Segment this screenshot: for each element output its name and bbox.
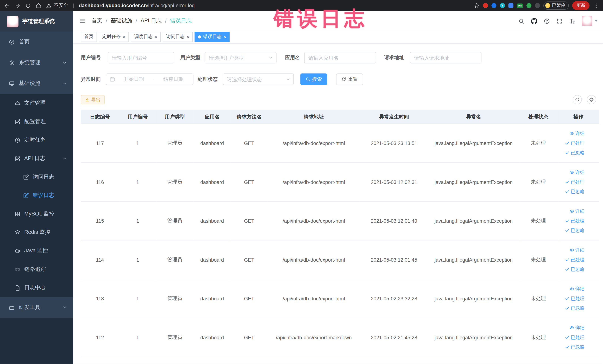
mark-ignored-link[interactable]: 已忽略 bbox=[559, 303, 584, 313]
tag-home[interactable]: 首页 bbox=[81, 32, 97, 42]
site-security-indicator[interactable]: 不安全 bbox=[46, 2, 68, 9]
fullscreen-icon[interactable] bbox=[557, 17, 563, 24]
extension-icon-grid[interactable] bbox=[508, 3, 513, 8]
sidebar-item-log-center[interactable]: 日志中心 bbox=[0, 279, 73, 297]
gear-icon bbox=[589, 97, 594, 102]
col-user-type: 用户类型 bbox=[156, 110, 193, 124]
sidebar-item-infrastructure[interactable]: 基础设施 bbox=[0, 73, 73, 94]
user-id-input[interactable] bbox=[108, 52, 174, 63]
filter-row-2: 异常时间 开始日期 - 结束日期 处理状态 bbox=[81, 73, 599, 85]
font-size-icon[interactable] bbox=[569, 17, 575, 24]
mark-ignored-link[interactable]: 已忽略 bbox=[559, 148, 584, 158]
browser-home-icon[interactable] bbox=[35, 2, 42, 9]
refresh-icon bbox=[341, 77, 346, 82]
mark-processed-link[interactable]: 已处理 bbox=[559, 216, 584, 226]
check-icon bbox=[565, 257, 570, 262]
mark-processed-link[interactable]: 已处理 bbox=[559, 138, 584, 148]
reset-button[interactable]: 重置 bbox=[336, 73, 363, 85]
browser-forward-icon[interactable] bbox=[15, 2, 21, 9]
extension-on-badge[interactable]: on bbox=[517, 3, 523, 8]
request-url-input[interactable] bbox=[410, 52, 482, 63]
sidebar-item-home[interactable]: 首页 bbox=[0, 32, 73, 52]
detail-link[interactable]: 详细 bbox=[559, 245, 584, 255]
user-type-select[interactable] bbox=[205, 52, 277, 63]
mark-processed-link[interactable]: 已处理 bbox=[559, 294, 584, 303]
search-button[interactable]: 搜索 bbox=[300, 73, 327, 85]
sidebar-item-trace[interactable]: 链路追踪 bbox=[0, 260, 73, 279]
user-avatar-menu[interactable] bbox=[582, 16, 598, 26]
tag-schedule-log[interactable]: 调度日志× bbox=[131, 32, 161, 42]
export-button[interactable]: 导出 bbox=[81, 95, 105, 104]
close-icon[interactable]: × bbox=[186, 35, 189, 39]
mark-processed-link[interactable]: 已处理 bbox=[559, 255, 584, 264]
edit-square-icon bbox=[15, 119, 20, 124]
refresh-icon bbox=[575, 97, 580, 102]
browser-menu-icon[interactable] bbox=[593, 2, 599, 9]
refresh-table-button[interactable] bbox=[573, 95, 582, 104]
detail-link[interactable]: 详细 bbox=[559, 129, 584, 138]
tag-scheduled-tasks[interactable]: 定时任务× bbox=[99, 32, 129, 42]
sidebar-item-access-log[interactable]: 访问日志 bbox=[0, 168, 73, 186]
extension-icon-leaf[interactable] bbox=[526, 3, 531, 8]
mark-ignored-link[interactable]: 已忽略 bbox=[559, 226, 584, 235]
sidebar-item-mysql-monitor[interactable]: MySQL 监控 bbox=[0, 205, 73, 223]
sidebar-item-system-management[interactable]: 系统管理 bbox=[0, 52, 73, 73]
extension-icon-red[interactable] bbox=[483, 3, 488, 8]
breadcrumb-home[interactable]: 首页 bbox=[92, 17, 102, 24]
close-icon[interactable]: × bbox=[123, 35, 126, 39]
table-row: 115 1 管理员 dashboard GET /api/infra/db-do… bbox=[81, 201, 599, 240]
mark-processed-link[interactable]: 已处理 bbox=[559, 332, 584, 342]
search-icon[interactable] bbox=[519, 17, 525, 24]
sidebar-item-api-log[interactable]: API 日志 bbox=[0, 149, 73, 168]
browser-reload-icon[interactable] bbox=[25, 3, 31, 8]
mark-processed-link[interactable]: 已处理 bbox=[559, 177, 584, 187]
breadcrumb-api-log[interactable]: API 日志 bbox=[141, 17, 162, 24]
tag-access-log[interactable]: 访问日志× bbox=[163, 32, 193, 42]
extension-icon-teal[interactable]: Y bbox=[500, 3, 505, 8]
check-icon bbox=[565, 335, 570, 340]
github-icon[interactable] bbox=[531, 17, 537, 24]
sidebar-item-scheduled-tasks[interactable]: 定时任务 bbox=[0, 131, 73, 149]
sidebar-item-redis-monitor[interactable]: Redis 监控 bbox=[0, 223, 73, 242]
close-icon[interactable]: × bbox=[223, 35, 226, 39]
check-icon bbox=[565, 180, 570, 184]
col-actions: 操作 bbox=[557, 110, 599, 124]
eye-icon bbox=[569, 170, 574, 175]
eye-icon bbox=[569, 325, 574, 330]
address-bar[interactable]: dashboard.yudao.iocoder.cn/infra/log/api… bbox=[79, 3, 195, 9]
table-header-row: 日志编号 用户编号 用户类型 应用名 请求方法名 请求地址 异常发生时间 异常名… bbox=[81, 110, 599, 124]
sidebar-item-java-monitor[interactable]: Java 监控 bbox=[0, 242, 73, 260]
mark-ignored-link[interactable]: 已忽略 bbox=[559, 342, 584, 352]
eye-icon bbox=[569, 287, 574, 291]
error-log-table: 日志编号 用户编号 用户类型 应用名 请求方法名 请求地址 异常发生时间 异常名… bbox=[81, 110, 599, 357]
app-name-input[interactable] bbox=[304, 52, 376, 63]
app-logo[interactable]: 芋道管理系统 bbox=[0, 11, 73, 32]
browser-back-icon[interactable] bbox=[4, 2, 10, 9]
tags-view-bar: 首页 定时任务× 调度日志× 访问日志× 错误日志× bbox=[73, 30, 603, 44]
column-settings-button[interactable] bbox=[587, 95, 596, 104]
browser-update-button[interactable]: 更新 bbox=[572, 1, 590, 10]
end-date-placeholder: 结束日期 bbox=[157, 76, 190, 83]
table-toolbar: 导出 bbox=[81, 95, 599, 104]
extension-icon-paw[interactable] bbox=[535, 3, 540, 8]
paused-extension-button[interactable]: 已暂停 bbox=[543, 1, 569, 10]
sidebar-item-error-log[interactable]: 错误日志 bbox=[0, 186, 73, 205]
hamburger-icon[interactable] bbox=[79, 18, 85, 24]
sidebar-item-file-management[interactable]: 文件管理 bbox=[0, 94, 73, 112]
detail-link[interactable]: 详细 bbox=[559, 323, 584, 333]
tag-error-log[interactable]: 错误日志× bbox=[195, 32, 230, 42]
sidebar-item-dev-tools[interactable]: 研发工具 bbox=[0, 297, 73, 318]
bookmark-star-icon[interactable] bbox=[474, 3, 479, 9]
process-status-select[interactable] bbox=[223, 73, 294, 85]
detail-link[interactable]: 详细 bbox=[559, 284, 584, 294]
breadcrumb-infrastructure[interactable]: 基础设施 bbox=[111, 17, 132, 24]
detail-link[interactable]: 详细 bbox=[559, 167, 584, 177]
exception-time-range-picker[interactable]: 开始日期 - 结束日期 bbox=[106, 73, 194, 85]
help-icon[interactable] bbox=[544, 17, 550, 24]
detail-link[interactable]: 详细 bbox=[559, 206, 584, 216]
mark-ignored-link[interactable]: 已忽略 bbox=[559, 187, 584, 196]
sidebar-item-config-management[interactable]: 配置管理 bbox=[0, 112, 73, 131]
extension-icon-blue[interactable] bbox=[491, 3, 496, 8]
mark-ignored-link[interactable]: 已忽略 bbox=[559, 264, 584, 274]
close-icon[interactable]: × bbox=[155, 35, 157, 39]
